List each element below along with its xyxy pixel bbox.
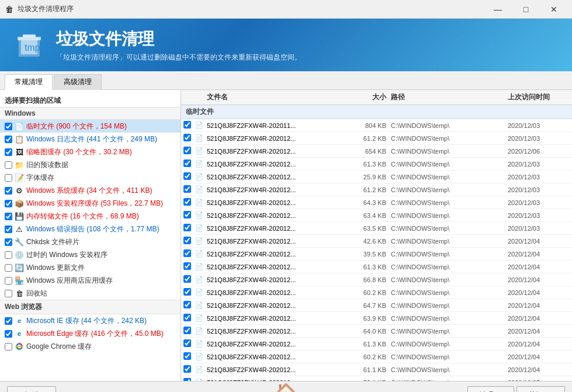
table-row[interactable]: 📄 521Q8J8FZ2FXW4R-202012... 61.3 KB C:\W… <box>181 338 572 351</box>
row-checkbox[interactable] <box>183 159 191 167</box>
row-checkbox-cell[interactable] <box>181 301 195 310</box>
list-item-sys-cache[interactable]: ⚙ Windows 系统缓存 (34 个文件，411 KB) <box>0 184 181 197</box>
table-row[interactable]: 📄 521Q8J8FZ2FXW4R-202012... 64.7 KB C:\W… <box>181 299 572 312</box>
list-item-ie-cache[interactable]: e Microsoft IE 缓存 (44 个文件，242 KB) <box>0 314 181 327</box>
row-checkbox[interactable] <box>183 327 191 334</box>
row-checkbox[interactable] <box>183 147 191 154</box>
table-row[interactable]: 📄 521Q8J8FZ2FXW4R-202012... 63.4 KB C:\W… <box>181 209 572 222</box>
row-checkbox-cell[interactable] <box>181 275 195 285</box>
checkbox-temp-files[interactable] <box>5 123 12 130</box>
checkbox-chrome-cache[interactable] <box>5 343 12 351</box>
table-row[interactable]: 📄 521Q8J8FZ2FXW4R-202012... 66.8 KB C:\W… <box>181 273 572 286</box>
maximize-button[interactable]: □ <box>512 0 539 19</box>
tab-regular-clean[interactable]: 常规清理 <box>5 74 53 90</box>
row-checkbox-cell[interactable] <box>181 172 195 182</box>
checkbox-ie-cache[interactable] <box>5 317 12 325</box>
minimize-button[interactable]: — <box>484 0 511 19</box>
checkbox-old-installer[interactable] <box>5 251 12 259</box>
list-item-win-update[interactable]: 🔄 Windows 更新文件 <box>0 261 181 274</box>
table-row[interactable]: 📄 521Q8J8FZ2FXW4R-202012... 61.2 KB C:\W… <box>181 183 572 196</box>
row-checkbox[interactable] <box>183 352 191 360</box>
table-row[interactable]: 📄 521Q8J8FZ2FXW4R-202012... 64.3 KB C:\W… <box>181 196 572 209</box>
row-checkbox[interactable] <box>183 185 191 193</box>
row-checkbox[interactable] <box>183 237 191 244</box>
checkbox-chkdsk[interactable] <box>5 238 12 246</box>
row-checkbox[interactable] <box>183 211 191 218</box>
row-checkbox-cell[interactable] <box>181 262 195 272</box>
row-checkbox[interactable] <box>183 172 191 180</box>
row-checkbox[interactable] <box>183 121 191 129</box>
row-checkbox-cell[interactable] <box>181 211 195 220</box>
row-checkbox-cell[interactable] <box>181 365 195 374</box>
close-app-button[interactable]: 关闭(C) <box>516 386 565 392</box>
scan-button[interactable]: 扫描 <box>7 386 56 393</box>
list-item-memdump[interactable]: 💾 内存转储文件 (16 个文件，68.9 MB) <box>0 210 181 223</box>
checkbox-font-cache[interactable] <box>5 174 12 182</box>
checkbox-sys-cache[interactable] <box>5 187 12 195</box>
row-checkbox-cell[interactable] <box>181 147 195 156</box>
list-item-font-cache[interactable]: 📝 字体缓存 <box>0 171 181 184</box>
row-checkbox[interactable] <box>183 198 191 206</box>
table-row[interactable]: 📄 521Q8J8FZ2FXW4R-202012... 39.5 KB C:\W… <box>181 248 572 261</box>
table-row[interactable]: 📄 521Q8J8FZ2FXW4R-202012... 61.3 KB C:\W… <box>181 261 572 273</box>
table-row[interactable]: 📄 521Q8J8FZ2FXW4R-202012... 64.0 KB C:\W… <box>181 325 572 338</box>
checkbox-recycle-bin[interactable] <box>5 290 12 297</box>
checkbox-edge-cache[interactable] <box>5 330 12 338</box>
row-checkbox[interactable] <box>183 262 191 270</box>
row-checkbox-cell[interactable] <box>181 249 195 259</box>
clean-button[interactable]: 清理(L) <box>467 386 515 392</box>
table-row[interactable]: 📄 521Q8J8FZ2FXW4R-202012... 63.9 KB C:\W… <box>181 312 572 325</box>
list-item-installer-cache[interactable]: 📦 Windows 安装程序缓存 (53 Files，22.7 MB) <box>0 197 181 210</box>
row-checkbox[interactable] <box>183 314 191 321</box>
table-row[interactable]: 📄 521Q8J8FZ2FXW4R-202012... 61.3 KB C:\W… <box>181 158 572 171</box>
close-button[interactable]: ✕ <box>540 0 567 19</box>
row-checkbox-cell[interactable] <box>181 314 195 323</box>
list-item-temp-files[interactable]: 📄 临时文件 (900 个文件，154 MB) <box>0 120 181 133</box>
checkbox-log-files[interactable] <box>5 136 12 143</box>
list-item-old-installer[interactable]: 💿 过时的 Windows 安装程序 <box>0 248 181 261</box>
list-item-error-reports[interactable]: ⚠ Windows 错误报告 (108 个文件，1.77 MB) <box>0 223 181 235</box>
checkbox-error-reports[interactable] <box>5 226 12 233</box>
list-item-chrome-cache[interactable]: Google Chrome 缓存 <box>0 340 181 353</box>
row-checkbox-cell[interactable] <box>181 224 195 233</box>
checkbox-installer-cache[interactable] <box>5 200 12 207</box>
table-row[interactable]: 📄 521Q8J8FZ2FXW4R-202012... 25.9 KB C:\W… <box>181 171 572 183</box>
checkbox-prefetch[interactable] <box>5 161 12 169</box>
checkbox-store-cache[interactable] <box>5 277 12 285</box>
checkbox-memdump[interactable] <box>5 213 12 220</box>
table-row[interactable]: 📄 521Q8J8FZ2FXW4R-202012... 61.2 KB C:\W… <box>181 132 572 145</box>
row-checkbox-cell[interactable] <box>181 185 195 195</box>
row-checkbox[interactable] <box>183 365 191 373</box>
table-row[interactable]: 📄 521Q8J8FZ2FXW4R-202012... 60.2 KB C:\W… <box>181 286 572 299</box>
list-item-recycle-bin[interactable]: 🗑 回收站 <box>0 287 181 300</box>
row-checkbox-cell[interactable] <box>181 121 195 130</box>
row-checkbox[interactable] <box>183 134 191 141</box>
table-row[interactable]: 📄 521Q8J8FZ2FXW4R-202012... 654 KB C:\WI… <box>181 145 572 158</box>
row-checkbox-cell[interactable] <box>181 198 195 207</box>
list-item-store-cache[interactable]: 🏪 Windows 应用商店应用缓存 <box>0 274 181 287</box>
row-checkbox[interactable] <box>183 224 191 231</box>
row-checkbox[interactable] <box>183 249 191 257</box>
list-item-thumb-cache[interactable]: 🖼 缩略图缓存 (30 个文件，30.2 MB) <box>0 145 181 158</box>
table-row[interactable]: 📄 521Q8J8FZ2FXW4R-202012... 61.1 KB C:\W… <box>181 363 572 376</box>
row-checkbox-cell[interactable] <box>181 134 195 143</box>
checkbox-thumb-cache[interactable] <box>5 148 12 156</box>
list-item-edge-cache[interactable]: e Microsoft Edge 缓存 (416 个文件，45.0 MB) <box>0 327 181 340</box>
row-checkbox[interactable] <box>183 339 191 347</box>
row-checkbox-cell[interactable] <box>181 288 195 297</box>
table-row[interactable]: 📄 521Q8J8FZ2FXW4R-202011... 804 KB C:\WI… <box>181 119 572 132</box>
row-checkbox-cell[interactable] <box>181 339 195 349</box>
row-checkbox[interactable] <box>183 275 191 283</box>
table-row[interactable]: 📄 521Q8J8FZ2FXW4R-202012... 53.1 KB C:\W… <box>181 376 572 381</box>
tab-advanced-clean[interactable]: 高级清理 <box>54 74 102 90</box>
row-checkbox[interactable] <box>183 301 191 308</box>
row-checkbox[interactable] <box>183 288 191 296</box>
row-checkbox-cell[interactable] <box>181 159 195 169</box>
list-item-log-files[interactable]: 📋 Windows 日志文件 (441 个文件，249 MB) <box>0 133 181 145</box>
list-item-chkdsk[interactable]: 🔧 Chkdsk 文件碎片 <box>0 235 181 248</box>
checkbox-win-update[interactable] <box>5 264 12 272</box>
table-row[interactable]: 📄 521Q8J8FZ2FXW4R-202012... 42.6 KB C:\W… <box>181 235 572 248</box>
row-checkbox-cell[interactable] <box>181 237 195 246</box>
row-checkbox-cell[interactable] <box>181 352 195 362</box>
table-row[interactable]: 📄 521Q8J8FZ2FXW4R-202012... 63.5 KB C:\W… <box>181 222 572 235</box>
